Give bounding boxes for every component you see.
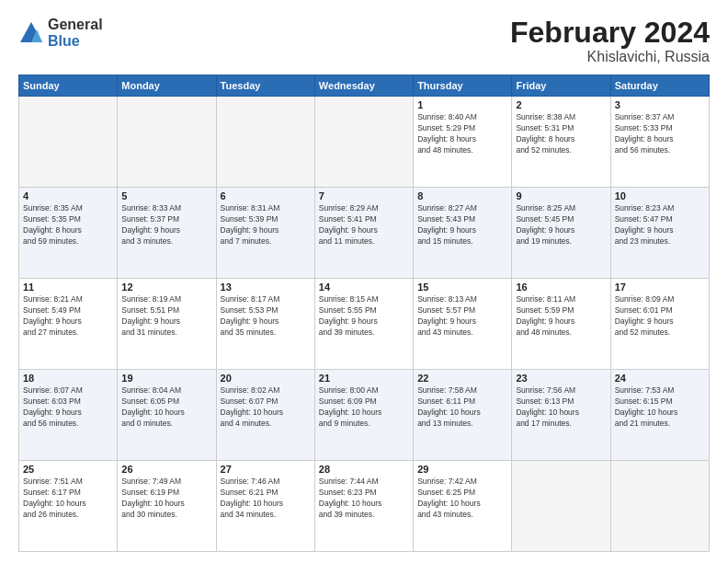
col-friday: Friday: [512, 75, 610, 97]
day-info: Sunrise: 8:13 AM Sunset: 5:57 PM Dayligh…: [417, 294, 507, 339]
day-info: Sunrise: 8:21 AM Sunset: 5:49 PM Dayligh…: [23, 294, 113, 339]
day-number: 1: [417, 99, 507, 110]
day-number: 17: [615, 282, 705, 293]
day-number: 14: [319, 282, 409, 293]
table-row: [19, 97, 118, 188]
table-row: 26Sunrise: 7:49 AM Sunset: 6:19 PM Dayli…: [118, 461, 216, 552]
table-row: [610, 461, 709, 552]
logo: General Blue: [18, 17, 103, 49]
day-info: Sunrise: 8:09 AM Sunset: 6:01 PM Dayligh…: [615, 294, 705, 339]
calendar-week-row: 25Sunrise: 7:51 AM Sunset: 6:17 PM Dayli…: [19, 461, 710, 552]
table-row: 21Sunrise: 8:00 AM Sunset: 6:09 PM Dayli…: [314, 370, 413, 461]
table-row: 1Sunrise: 8:40 AM Sunset: 5:29 PM Daylig…: [414, 97, 512, 188]
calendar-week-row: 4Sunrise: 8:35 AM Sunset: 5:35 PM Daylig…: [19, 188, 710, 279]
day-info: Sunrise: 8:29 AM Sunset: 5:41 PM Dayligh…: [319, 203, 409, 247]
day-info: Sunrise: 8:40 AM Sunset: 5:29 PM Dayligh…: [417, 112, 507, 156]
logo-general: General: [48, 17, 103, 33]
day-number: 4: [23, 190, 113, 201]
header: General Blue February 2024 Khislavichi, …: [18, 17, 710, 65]
day-number: 5: [121, 190, 211, 201]
table-row: [512, 461, 610, 552]
logo-icon: [18, 20, 44, 46]
table-row: 4Sunrise: 8:35 AM Sunset: 5:35 PM Daylig…: [19, 188, 118, 279]
day-number: 26: [121, 464, 211, 475]
logo-text: General Blue: [48, 17, 103, 49]
table-row: 16Sunrise: 8:11 AM Sunset: 5:59 PM Dayli…: [512, 279, 610, 370]
table-row: [118, 97, 216, 188]
table-row: 9Sunrise: 8:25 AM Sunset: 5:45 PM Daylig…: [512, 188, 610, 279]
calendar-week-row: 18Sunrise: 8:07 AM Sunset: 6:03 PM Dayli…: [19, 370, 710, 461]
table-row: 23Sunrise: 7:56 AM Sunset: 6:13 PM Dayli…: [512, 370, 610, 461]
day-number: 15: [417, 282, 507, 293]
day-number: 7: [319, 190, 409, 201]
logo-blue: Blue: [48, 33, 103, 50]
table-row: 20Sunrise: 8:02 AM Sunset: 6:07 PM Dayli…: [216, 370, 314, 461]
table-row: 29Sunrise: 7:42 AM Sunset: 6:25 PM Dayli…: [414, 461, 512, 552]
day-number: 25: [23, 464, 113, 475]
table-row: 6Sunrise: 8:31 AM Sunset: 5:39 PM Daylig…: [216, 188, 314, 279]
calendar-week-row: 11Sunrise: 8:21 AM Sunset: 5:49 PM Dayli…: [19, 279, 710, 370]
title-block: February 2024 Khislavichi, Russia: [510, 17, 710, 65]
col-sunday: Sunday: [19, 75, 118, 97]
col-thursday: Thursday: [414, 75, 512, 97]
calendar-location: Khislavichi, Russia: [510, 49, 710, 65]
day-info: Sunrise: 8:19 AM Sunset: 5:51 PM Dayligh…: [121, 294, 211, 339]
table-row: 5Sunrise: 8:33 AM Sunset: 5:37 PM Daylig…: [118, 188, 216, 279]
day-info: Sunrise: 8:31 AM Sunset: 5:39 PM Dayligh…: [221, 203, 311, 247]
day-number: 27: [221, 464, 311, 475]
col-tuesday: Tuesday: [216, 75, 314, 97]
table-row: 27Sunrise: 7:46 AM Sunset: 6:21 PM Dayli…: [216, 461, 314, 552]
col-monday: Monday: [118, 75, 216, 97]
calendar-table: Sunday Monday Tuesday Wednesday Thursday…: [18, 75, 710, 552]
day-number: 20: [221, 373, 311, 384]
calendar-week-row: 1Sunrise: 8:40 AM Sunset: 5:29 PM Daylig…: [19, 97, 710, 188]
day-info: Sunrise: 8:27 AM Sunset: 5:43 PM Dayligh…: [417, 203, 507, 247]
day-info: Sunrise: 8:11 AM Sunset: 5:59 PM Dayligh…: [516, 294, 606, 339]
day-number: 28: [319, 464, 409, 475]
table-row: 11Sunrise: 8:21 AM Sunset: 5:49 PM Dayli…: [19, 279, 118, 370]
table-row: 22Sunrise: 7:58 AM Sunset: 6:11 PM Dayli…: [414, 370, 512, 461]
table-row: 2Sunrise: 8:38 AM Sunset: 5:31 PM Daylig…: [512, 97, 610, 188]
day-info: Sunrise: 8:33 AM Sunset: 5:37 PM Dayligh…: [121, 203, 211, 247]
day-number: 21: [319, 373, 409, 384]
day-number: 3: [615, 99, 705, 110]
table-row: 13Sunrise: 8:17 AM Sunset: 5:53 PM Dayli…: [216, 279, 314, 370]
day-number: 10: [615, 190, 705, 201]
table-row: 8Sunrise: 8:27 AM Sunset: 5:43 PM Daylig…: [414, 188, 512, 279]
day-info: Sunrise: 8:35 AM Sunset: 5:35 PM Dayligh…: [23, 203, 113, 247]
table-row: [216, 97, 314, 188]
day-info: Sunrise: 8:15 AM Sunset: 5:55 PM Dayligh…: [319, 294, 409, 339]
table-row: 25Sunrise: 7:51 AM Sunset: 6:17 PM Dayli…: [19, 461, 118, 552]
day-number: 18: [23, 373, 113, 384]
day-info: Sunrise: 7:56 AM Sunset: 6:13 PM Dayligh…: [516, 385, 606, 430]
day-number: 2: [516, 99, 606, 110]
calendar-title: February 2024: [510, 17, 710, 49]
page: General Blue February 2024 Khislavichi, …: [0, 0, 728, 563]
day-info: Sunrise: 8:38 AM Sunset: 5:31 PM Dayligh…: [516, 112, 606, 156]
day-info: Sunrise: 7:53 AM Sunset: 6:15 PM Dayligh…: [615, 385, 705, 430]
day-number: 19: [121, 373, 211, 384]
table-row: 10Sunrise: 8:23 AM Sunset: 5:47 PM Dayli…: [610, 188, 709, 279]
day-info: Sunrise: 8:02 AM Sunset: 6:07 PM Dayligh…: [221, 385, 311, 430]
table-row: 24Sunrise: 7:53 AM Sunset: 6:15 PM Dayli…: [610, 370, 709, 461]
day-number: 22: [417, 373, 507, 384]
table-row: 14Sunrise: 8:15 AM Sunset: 5:55 PM Dayli…: [314, 279, 413, 370]
day-info: Sunrise: 7:44 AM Sunset: 6:23 PM Dayligh…: [319, 477, 409, 521]
col-saturday: Saturday: [610, 75, 709, 97]
day-info: Sunrise: 8:37 AM Sunset: 5:33 PM Dayligh…: [615, 112, 705, 156]
day-number: 16: [516, 282, 606, 293]
table-row: 18Sunrise: 8:07 AM Sunset: 6:03 PM Dayli…: [19, 370, 118, 461]
day-number: 12: [121, 282, 211, 293]
day-number: 6: [221, 190, 311, 201]
table-row: 3Sunrise: 8:37 AM Sunset: 5:33 PM Daylig…: [610, 97, 709, 188]
table-row: 15Sunrise: 8:13 AM Sunset: 5:57 PM Dayli…: [414, 279, 512, 370]
table-row: 28Sunrise: 7:44 AM Sunset: 6:23 PM Dayli…: [314, 461, 413, 552]
day-number: 8: [417, 190, 507, 201]
day-info: Sunrise: 8:25 AM Sunset: 5:45 PM Dayligh…: [516, 203, 606, 247]
calendar-header-row: Sunday Monday Tuesday Wednesday Thursday…: [19, 75, 710, 97]
day-number: 9: [516, 190, 606, 201]
col-wednesday: Wednesday: [314, 75, 413, 97]
day-info: Sunrise: 8:07 AM Sunset: 6:03 PM Dayligh…: [23, 385, 113, 430]
day-info: Sunrise: 7:58 AM Sunset: 6:11 PM Dayligh…: [417, 385, 507, 430]
day-info: Sunrise: 8:00 AM Sunset: 6:09 PM Dayligh…: [319, 385, 409, 430]
